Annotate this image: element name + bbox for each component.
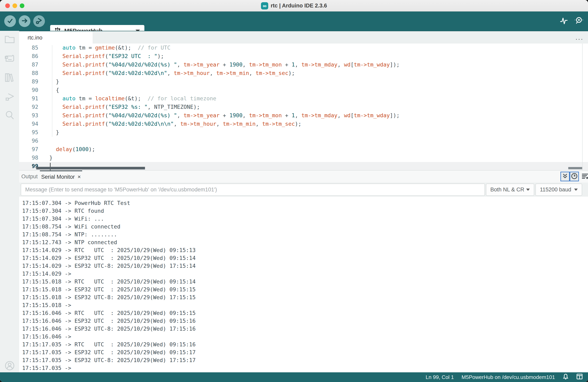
serial-line: 17:15:16.046 -> [22, 333, 588, 340]
serial-line: 17:15:17.035 -> RTC UTC : 2025/10/29(Wed… [22, 340, 588, 348]
code-line-87[interactable]: 87 Serial.printf("%04d/%02d/%02d(%s) ", … [19, 60, 588, 69]
tab-serial-monitor[interactable]: Serial Monitor × [40, 170, 82, 182]
close-icon[interactable]: × [78, 174, 81, 180]
tab-output[interactable]: Output [19, 170, 40, 182]
bell-icon [563, 373, 569, 381]
line-number: 97 [19, 145, 38, 154]
horizontal-scrollbar[interactable] [36, 167, 145, 169]
arduino-infinity-icon: ∞ [261, 2, 268, 9]
line-number: 85 [19, 44, 38, 52]
serial-monitor-output[interactable]: 17:15:07.304 -> PowerHub RTC Test17:15:0… [19, 197, 588, 372]
serial-line: 17:15:17.035 -> ESP32 UTC : 2025/10/29(W… [22, 348, 588, 356]
board-connection-status[interactable]: M5PowerHub on /dev/cu.usbmodem101 [462, 374, 555, 380]
chevron-down-icon [526, 189, 530, 191]
code-line-90[interactable]: 90 { [19, 86, 588, 94]
start-debugging-button[interactable] [33, 15, 45, 27]
sidebar-item-boards-manager[interactable] [0, 52, 19, 66]
upload-button[interactable] [19, 15, 30, 27]
serial-monitor-button[interactable] [574, 16, 584, 26]
serial-line: 17:15:07.304 -> WiFi: ... [22, 215, 588, 223]
line-number: 93 [19, 111, 38, 120]
code-lines: 85 auto tm = gmtime(&t); // for UTC86 Se… [19, 44, 588, 170]
editor-tab-bar: rtc.ino ... [19, 31, 588, 44]
code-line-94[interactable]: 94 Serial.printf("%02d:%02d:%02d\n\n", t… [19, 120, 588, 128]
sidebar-item-search[interactable] [0, 108, 19, 123]
serial-line: 17:15:17.035 -> ESP32 UTC-8: 2025/10/29(… [22, 356, 588, 364]
folder-icon [4, 35, 15, 45]
toggle-autoscroll[interactable] [560, 172, 570, 181]
status-bar: Ln 99, Col 1 M5PowerHub on /dev/cu.usbmo… [0, 372, 588, 382]
line-number: 96 [19, 136, 38, 145]
code-line-95[interactable]: 95 } [19, 128, 588, 136]
code-line-92[interactable]: 92 Serial.printf("ESP32 %s: ", NTP_TIMEZ… [19, 103, 588, 111]
toggle-timestamp[interactable] [570, 172, 579, 181]
serial-line: 17:15:14.029 -> ESP32 UTC-8: 2025/10/29(… [22, 262, 588, 270]
code-line-88[interactable]: 88 Serial.printf("%02d:%02d:%02d\n", tm-… [19, 69, 588, 77]
line-number: 92 [19, 103, 38, 111]
baud-rate-dropdown[interactable]: 115200 baud [535, 183, 582, 196]
tab-serial-monitor-label: Serial Monitor [41, 174, 75, 180]
panel-layout-icon [576, 374, 583, 381]
code-line-93[interactable]: 93 Serial.printf("%04d/%02d/%02d(%s) ", … [19, 111, 588, 120]
verify-button[interactable] [4, 15, 16, 27]
code-line-96[interactable]: 96 [19, 136, 588, 145]
serial-message-input[interactable] [21, 183, 485, 196]
line-ending-dropdown[interactable]: Both NL & CR [486, 183, 534, 196]
line-number: 86 [19, 52, 38, 60]
serial-plotter-button[interactable] [559, 16, 569, 26]
serial-line: 17:15:15.018 -> [22, 301, 588, 309]
code-editor[interactable]: 85 auto tm = gmtime(&t); // for UTC86 Se… [19, 44, 588, 170]
title-bar: ∞ rtc | Arduino IDE 2.3.6 [0, 0, 588, 11]
sidebar-item-debug[interactable] [0, 90, 19, 105]
verify-check-icon [7, 17, 14, 25]
serial-line: 17:15:08.754 -> WiFi connected [22, 223, 588, 230]
activity-sidebar [0, 31, 19, 372]
line-number: 94 [19, 120, 38, 128]
line-number: 95 [19, 128, 38, 136]
clear-output-button[interactable] [581, 172, 588, 181]
clear-output-icon [581, 173, 588, 180]
code-line-86[interactable]: 86 Serial.printf("ESP32 UTC : "); [19, 52, 588, 60]
line-number: 88 [19, 69, 38, 77]
arduino-ide-window: ∞ rtc | Arduino IDE 2.3.6 M5PowerHub [0, 0, 588, 382]
toggle-panel-button[interactable] [576, 374, 583, 381]
tab-bar-more-actions[interactable]: ... [575, 31, 584, 44]
code-line-89[interactable]: 89 } [19, 77, 588, 86]
autoscroll-double-chevron-icon [562, 173, 568, 180]
bottom-panel-header: Output Serial Monitor × [19, 170, 588, 182]
line-number: 87 [19, 60, 38, 69]
cursor-position[interactable]: Ln 99, Col 1 [426, 374, 454, 380]
upload-arrow-icon [21, 17, 28, 25]
line-number: 98 [19, 154, 38, 162]
horizontal-scrollbar-fragment[interactable] [568, 167, 582, 169]
code-line-98[interactable]: 98} [19, 154, 588, 162]
serial-line: 17:15:16.046 -> ESP32 UTC-8: 2025/10/29(… [22, 325, 588, 333]
serial-line: 17:15:14.029 -> ESP32 UTC : 2025/10/29(W… [22, 254, 588, 262]
code-line-85[interactable]: 85 auto tm = gmtime(&t); // for UTC [19, 44, 588, 52]
notifications-button[interactable] [563, 373, 569, 381]
serial-line: 17:15:07.304 -> PowerHub RTC Test [22, 199, 588, 207]
serial-line: 17:15:17.035 -> [22, 364, 588, 372]
editor-scrollbar-track [582, 44, 583, 170]
sidebar-item-library-manager[interactable] [0, 71, 19, 85]
line-ending-value: Both NL & CR [490, 187, 524, 193]
serial-monitor-icon [574, 16, 583, 26]
line-number: 90 [19, 86, 38, 94]
debug-play-bug-icon [5, 92, 15, 102]
boards-manager-icon [4, 54, 15, 64]
code-line-91[interactable]: 91 auto tm = localtime(&t); // for local… [19, 94, 588, 103]
code-line-97[interactable]: 97 delay(1000); [19, 145, 588, 154]
toolbar: M5PowerHub [0, 11, 588, 31]
serial-line: 17:15:15.018 -> RTC UTC : 2025/10/29(Wed… [22, 278, 588, 286]
tab-rtc-ino[interactable]: rtc.ino [19, 32, 93, 44]
line-number: 91 [19, 94, 38, 103]
chevron-down-icon [574, 189, 578, 191]
baud-rate-value: 115200 baud [540, 187, 571, 193]
clock-icon [571, 173, 578, 180]
serial-line: 17:15:16.046 -> RTC UTC : 2025/10/29(Wed… [22, 309, 588, 317]
debug-play-bug-icon [35, 17, 43, 25]
line-number: 99 [19, 162, 38, 170]
sidebar-item-sketchbook[interactable] [0, 32, 19, 47]
library-books-icon [5, 73, 15, 83]
sidebar-item-account[interactable] [0, 359, 19, 373]
